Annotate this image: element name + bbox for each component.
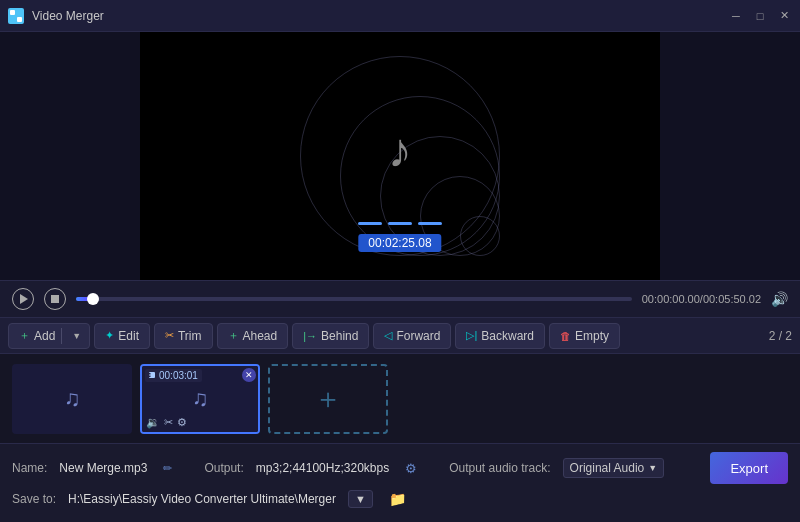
ahead-label: Ahead	[243, 329, 278, 343]
clip-list: ♫ ♫ 00:03:01 ✕ 🔉 ✂ ⚙ ＋	[0, 354, 800, 444]
clip-item-1[interactable]: ♫	[12, 364, 132, 434]
svg-rect-2	[10, 17, 15, 22]
minimize-button[interactable]: ─	[728, 8, 744, 24]
export-button[interactable]: Export	[710, 452, 788, 484]
time-display: 00:00:00.00/00:05:50.02	[642, 293, 761, 305]
svg-rect-6	[149, 376, 151, 378]
add-label: Add	[34, 329, 55, 343]
progress-thumb[interactable]	[87, 293, 99, 305]
audio-track-select[interactable]: Original Audio ▼	[563, 458, 665, 478]
trim-icon: ✂	[165, 329, 174, 342]
add-dropdown-arrow[interactable]: ▼	[68, 331, 85, 341]
forward-button[interactable]: ◁ Forward	[373, 323, 451, 349]
backward-button[interactable]: ▷| Backward	[455, 323, 545, 349]
play-icon	[20, 294, 28, 304]
progress-area: 00:00:00.00/00:05:50.02 🔊	[0, 280, 800, 318]
name-value: New Merge.mp3	[59, 461, 147, 475]
name-edit-icon[interactable]: ✏	[163, 462, 172, 475]
right-panel	[660, 32, 800, 280]
behind-icon: |→	[303, 330, 317, 342]
folder-icon[interactable]: 📁	[389, 491, 406, 507]
ahead-button[interactable]: ＋ Ahead	[217, 323, 289, 349]
output-value: mp3;2;44100Hz;320kbps	[256, 461, 389, 475]
add-clip-icon: ＋	[314, 380, 342, 418]
empty-label: Empty	[575, 329, 609, 343]
svg-rect-3	[17, 17, 22, 22]
forward-label: Forward	[396, 329, 440, 343]
play-button[interactable]	[12, 288, 34, 310]
left-panel	[0, 32, 140, 280]
clip-tools-2: 🔉 ✂ ⚙	[146, 416, 187, 429]
progress-track[interactable]	[76, 297, 632, 301]
settings-tool-icon: ⚙	[177, 416, 187, 429]
stop-button[interactable]	[44, 288, 66, 310]
bottom-bar: Name: New Merge.mp3 ✏ Output: mp3;2;4410…	[0, 444, 800, 520]
edit-icon: ✦	[105, 329, 114, 342]
svg-rect-1	[17, 10, 22, 15]
clip-close-2[interactable]: ✕	[242, 368, 256, 382]
forward-icon: ◁	[384, 329, 392, 342]
video-area: ♪ 00:02:25.08	[0, 32, 800, 280]
music-note-icon: ♪	[388, 123, 412, 178]
time-overlay: 00:02:25.08	[358, 234, 441, 252]
page-count: 2 / 2	[769, 329, 792, 343]
empty-button[interactable]: 🗑 Empty	[549, 323, 620, 349]
behind-label: Behind	[321, 329, 358, 343]
app-title: Video Merger	[32, 9, 728, 23]
backward-label: Backward	[481, 329, 534, 343]
toolbar: ＋ Add ▼ ✦ Edit ✂ Trim ＋ Ahead |→ Behind …	[0, 318, 800, 354]
progress-dash-line	[358, 222, 442, 225]
close-button[interactable]: ✕	[776, 8, 792, 24]
add-clip-button[interactable]: ＋	[268, 364, 388, 434]
name-label: Name:	[12, 461, 47, 475]
add-icon: ＋	[19, 328, 30, 343]
save-to-value: H:\Eassiy\Eassiy Video Converter Ultimat…	[68, 492, 336, 506]
edit-button[interactable]: ✦ Edit	[94, 323, 150, 349]
clip-item-2[interactable]: ♫ 00:03:01 ✕ 🔉 ✂ ⚙	[140, 364, 260, 434]
clip-inner-1: ♫	[12, 364, 132, 434]
clip-duration-2: 00:03:01	[145, 369, 202, 382]
trim-label: Trim	[178, 329, 202, 343]
bottom-row-2: Save to: H:\Eassiy\Eassiy Video Converte…	[12, 490, 788, 508]
output-settings-icon[interactable]: ⚙	[405, 461, 417, 476]
save-to-label: Save to:	[12, 492, 56, 506]
film-icon	[149, 371, 157, 379]
clip-music-icon-2: ♫	[192, 386, 209, 412]
output-label: Output:	[204, 461, 243, 475]
volume-icon[interactable]: 🔊	[771, 291, 788, 307]
title-bar: Video Merger ─ □ ✕	[0, 0, 800, 32]
clip-duration-text-2: 00:03:01	[159, 370, 198, 381]
edit-label: Edit	[118, 329, 139, 343]
add-separator	[61, 328, 62, 344]
svg-rect-0	[10, 10, 15, 15]
svg-rect-5	[149, 373, 151, 375]
audio-track-value: Original Audio	[570, 461, 645, 475]
empty-icon: 🗑	[560, 330, 571, 342]
add-button[interactable]: ＋ Add ▼	[8, 323, 90, 349]
video-preview: ♪ 00:02:25.08	[140, 32, 660, 280]
maximize-button[interactable]: □	[752, 8, 768, 24]
scissors-tool-icon: ✂	[164, 416, 173, 429]
volume-tool-icon: 🔉	[146, 416, 160, 429]
ahead-icon: ＋	[228, 328, 239, 343]
window-controls: ─ □ ✕	[728, 8, 792, 24]
audio-track-label: Output audio track:	[449, 461, 550, 475]
app-icon	[8, 8, 24, 24]
audio-track-arrow: ▼	[648, 463, 657, 473]
svg-rect-4	[149, 372, 155, 378]
clip-music-icon-1: ♫	[64, 386, 81, 412]
path-dropdown[interactable]: ▼	[348, 490, 373, 508]
bottom-row-1: Name: New Merge.mp3 ✏ Output: mp3;2;4410…	[12, 452, 788, 484]
stop-icon	[51, 295, 59, 303]
trim-button[interactable]: ✂ Trim	[154, 323, 213, 349]
behind-button[interactable]: |→ Behind	[292, 323, 369, 349]
backward-icon: ▷|	[466, 329, 477, 342]
